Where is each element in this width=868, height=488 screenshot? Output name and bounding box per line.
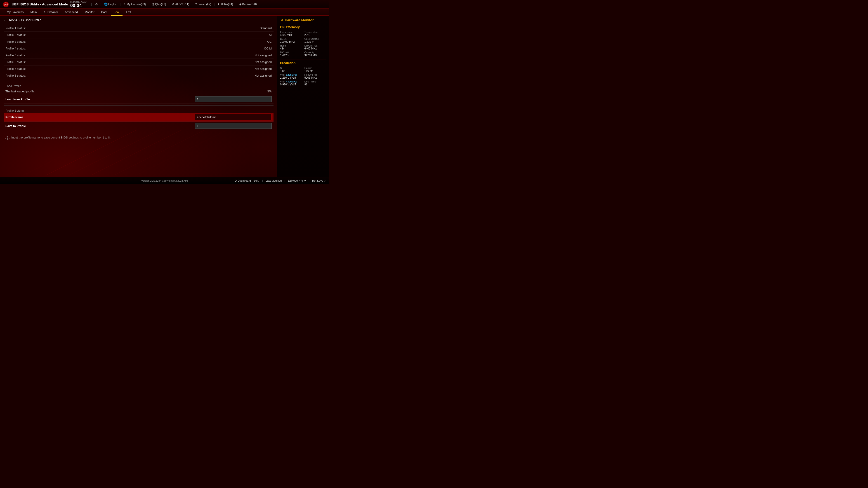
hd4: | [149, 3, 149, 6]
profile-row-7[interactable]: Profile 7 status: Not assigned [4, 66, 274, 72]
sp-label: SP [280, 67, 302, 69]
dos-thresh-value: 91 [305, 83, 327, 86]
nav-ai-tweaker[interactable]: Ai Tweaker [40, 8, 61, 16]
core-voltage-value: 1.332 V [305, 40, 327, 43]
search-tool[interactable]: ? Search(F9) [195, 2, 211, 6]
hot-keys-button[interactable]: Hot Keys ? [312, 179, 326, 182]
core-voltage-label: Core Voltage [305, 37, 327, 40]
frequency-label: Frequency [280, 31, 302, 33]
header-divider-1: | [91, 2, 92, 6]
save-to-input[interactable] [195, 123, 272, 129]
myfavorite-tool[interactable]: ☆ My Favorite(F3) [123, 2, 146, 6]
aura-tool[interactable]: ✦ AURA(F4) [217, 2, 233, 6]
ezmode-button[interactable]: EzMode(F7) ↵ [288, 179, 306, 182]
cooler-label: Cooler [305, 67, 327, 69]
nav-monitor[interactable]: Monitor [82, 8, 98, 16]
ezmode-label: EzMode(F7) [288, 179, 303, 182]
heavy-freq-group: Heavy Freq 5205 MHz [305, 73, 327, 79]
english-tool[interactable]: 🌐 English [104, 2, 117, 6]
profile-row-8[interactable]: Profile 8 status: Not assigned [4, 72, 274, 79]
date-display: 09/27/2024 Friday [70, 1, 87, 3]
v5205-value: 1.260 V @L5 [280, 76, 302, 79]
profile-7-label: Profile 7 status: [5, 67, 26, 70]
bclk-label: BCLK [280, 37, 302, 40]
breadcrumb: ← Tool\ASUS User Profile [4, 18, 274, 22]
hot-keys-icon: ? [324, 179, 326, 182]
profile-5-value: Not assigned [254, 54, 272, 57]
v4300-group: V for 4300MHz 0.930 V @L5 [280, 80, 302, 86]
profile-name-row[interactable]: Profile Name [4, 113, 274, 122]
profile-row-6[interactable]: Profile 6 status: Not assigned [4, 59, 274, 66]
core-voltage-group: Core Voltage 1.332 V [305, 37, 327, 43]
hd2: | [101, 3, 101, 6]
mc-volt-group: MC Volt. 1.412 V [280, 51, 302, 57]
monitor-icon: 🖥 [280, 18, 283, 22]
q-dashboard-button[interactable]: Q-Dashboard(Insert) [235, 179, 259, 182]
content-area: ← Tool\ASUS User Profile Profile 1 statu… [0, 16, 277, 177]
resize-icon: ◈ [239, 2, 241, 6]
profile-7-value: Not assigned [254, 67, 272, 70]
mc-volt-label: MC Volt. [280, 51, 302, 54]
profile-row-1[interactable]: Profile 1 status: Standard [4, 25, 274, 32]
profile-row-5[interactable]: Profile 5 status: Not assigned [4, 52, 274, 59]
frequency-group: Frequency 4300 MHz [280, 31, 302, 37]
info-text: Input the profile name to save current B… [11, 136, 111, 139]
profile-row-3[interactable]: Profile 3 status: OC [4, 38, 274, 45]
footer-actions: Q-Dashboard(Insert) | Last Modified | Ez… [235, 179, 326, 182]
qfan-tool[interactable]: ◎ Qfan(F6) [152, 2, 166, 6]
datetime-display: 09/27/2024 Friday 00:34 [70, 1, 87, 8]
nav-boot[interactable]: Boot [98, 8, 111, 16]
prediction-title: Prediction [280, 61, 327, 65]
load-from-row[interactable]: Load from Profile [4, 95, 274, 104]
profile-name-input[interactable] [195, 114, 272, 120]
header-tools: ⚙ | 🌐 English | ☆ My Favorite(F3) | ◎ Qf… [95, 2, 257, 6]
nav-tool[interactable]: Tool [111, 8, 123, 16]
footer-sep-2: | [284, 179, 285, 182]
resizebar-tool[interactable]: ◈ ReSize BAR [239, 2, 257, 6]
frequency-value: 4300 MHz [280, 33, 302, 37]
ezmode-icon: ↵ [304, 179, 306, 182]
settings-icon: ⚙ [95, 2, 98, 6]
aioc-tool[interactable]: ⊕ AI OC(F11) [172, 2, 189, 6]
save-to-row[interactable]: Save to Profile [4, 122, 274, 130]
hardware-monitor-panel: 🖥 Hardware Monitor CPU/Memory Frequency … [277, 16, 329, 177]
sp-value: 119 [280, 69, 302, 72]
load-from-input[interactable] [195, 96, 272, 102]
dram-freq-group: DRAM Freq. 6400 MHz [305, 44, 327, 50]
profile-list: Profile 1 status: Standard Profile 2 sta… [4, 25, 274, 79]
bclk-group: BCLK 100.00 MHz [280, 37, 302, 43]
temperature-group: Temperature 29°C [305, 31, 327, 37]
back-button[interactable]: ← [4, 18, 7, 22]
settings-tool[interactable]: ⚙ [95, 2, 98, 6]
profile-8-value: Not assigned [254, 74, 272, 77]
main-layout: ← Tool\ASUS User Profile Profile 1 statu… [0, 16, 329, 177]
breadcrumb-path: Tool\ASUS User Profile [8, 18, 41, 22]
info-box: ⓘ Input the profile name to save current… [4, 134, 274, 143]
nav-my-favorites[interactable]: My Favorites [4, 8, 27, 16]
cooler-value: 166 pts [305, 69, 327, 72]
profile-row-2[interactable]: Profile 2 status: AI [4, 32, 274, 38]
aura-label: AURA(F4) [220, 3, 233, 6]
aioc-label: AI OC(F11) [175, 3, 189, 6]
profile-4-label: Profile 4 status: [5, 47, 26, 50]
last-modified-button[interactable]: Last Modified [266, 179, 282, 182]
nav-advanced[interactable]: Advanced [62, 8, 81, 16]
nav-exit[interactable]: Exit [123, 8, 134, 16]
dram-freq-value: 6400 MHz [305, 47, 327, 50]
profile-row-4[interactable]: Profile 4 status: OC M [4, 45, 274, 52]
english-label: English [108, 3, 117, 6]
info-icon: ⓘ [5, 136, 9, 141]
last-loaded-label: The last loaded profile: [5, 90, 35, 93]
v5205-label: V for 5205MHz [280, 73, 302, 76]
profile-4-value: OC M [264, 47, 272, 50]
heavy-freq-value: 5205 MHz [305, 76, 327, 79]
question-icon: ? [195, 2, 197, 6]
hd8: | [236, 3, 237, 6]
dos-thresh-label: Dos Thresh [305, 80, 327, 83]
profile-1-label: Profile 1 status: [5, 26, 26, 30]
nav-main[interactable]: Main [27, 8, 40, 16]
hot-keys-label: Hot Keys [312, 179, 323, 182]
profile-5-label: Profile 5 status: [5, 54, 26, 57]
asus-logo: ROG [2, 1, 9, 8]
dos-thresh-group: Dos Thresh 91 [305, 80, 327, 86]
